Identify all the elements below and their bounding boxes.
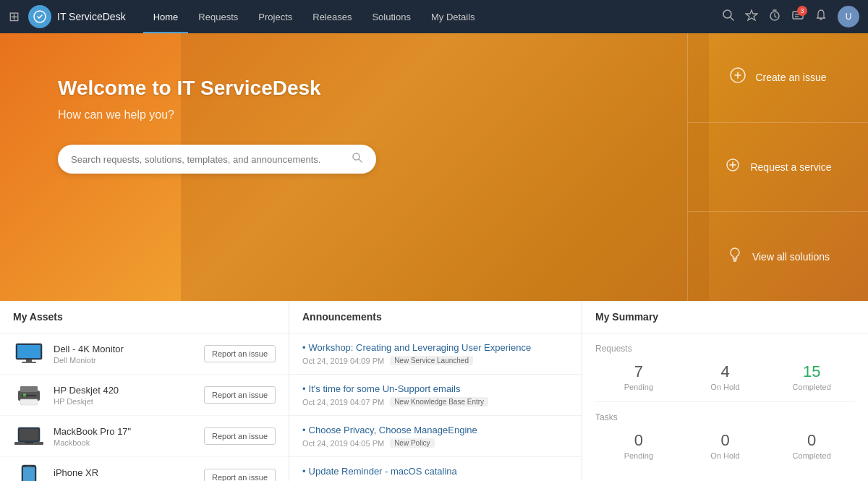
hero-content: Welcome to IT ServiceDesk How can we hel… [0, 33, 687, 301]
asset-item-printer: HP Deskjet 420 HP Deskjet Report an issu… [0, 375, 289, 416]
nav-releases[interactable]: Releases [302, 0, 362, 33]
rewards-icon[interactable] [745, 9, 758, 25]
svg-rect-27 [23, 393, 26, 396]
announcement-title-2: Choose Privacy, Choose ManageEngine [302, 425, 569, 435]
tasks-on-hold-label: On Hold [682, 451, 769, 460]
requests-completed-stat: 15 Completed [768, 362, 855, 391]
announcement-date-1: Oct 24, 2019 04:07 PM [302, 398, 384, 406]
svg-rect-20 [17, 345, 41, 358]
search-icon[interactable] [722, 9, 735, 25]
requests-stats: 7 Pending 4 On Hold 15 Completed [595, 362, 855, 391]
announcement-item-3[interactable]: Update Reminder - macOS catalina [289, 457, 582, 481]
topnav-right-icons: 3 U [722, 6, 859, 27]
asset-info-laptop: MackBook Pro 17" Mackbook [54, 426, 195, 447]
grid-icon[interactable]: ⊞ [9, 9, 20, 25]
svg-point-1 [723, 10, 731, 18]
search-icon [352, 152, 363, 166]
report-issue-btn-printer[interactable]: Report an issue [204, 386, 276, 404]
view-solutions-button[interactable]: View all solutions [687, 212, 868, 301]
asset-name-printer: HP Deskjet 420 [54, 385, 195, 396]
my-assets-panel: My Assets Dell - 4K Monitor Dell Moniotr… [0, 301, 289, 481]
nav-projects[interactable]: Projects [248, 0, 302, 33]
hero-title: Welcome to IT ServiceDesk [58, 77, 651, 100]
tasks-on-hold-value: 0 [682, 431, 769, 450]
announcement-date-2: Oct 24, 2019 04:05 PM [302, 439, 384, 448]
asset-name-phone: iPhone XR [54, 467, 195, 478]
phone-icon [13, 464, 45, 481]
svg-line-2 [731, 17, 733, 20]
asset-name-laptop: MackBook Pro 17" [54, 426, 195, 437]
svg-rect-33 [23, 467, 35, 481]
timer-icon[interactable] [768, 9, 781, 25]
requests-summary: Requests 7 Pending 4 On Hold 15 Complete… [582, 333, 868, 401]
create-issue-button[interactable]: Create an issue [687, 33, 868, 123]
tasks-completed-stat: 0 Completed [768, 431, 855, 460]
hero-subtitle: How can we help you? [58, 108, 651, 122]
view-solutions-label: View all solutions [752, 251, 830, 263]
svg-rect-35 [26, 466, 32, 467]
nav-home[interactable]: Home [143, 0, 189, 33]
bell-icon[interactable] [814, 9, 827, 25]
hero-section: Welcome to IT ServiceDesk How can we hel… [0, 33, 868, 301]
monitor-icon [13, 341, 45, 367]
requests-on-hold-value: 4 [682, 362, 769, 381]
requests-on-hold-stat: 4 On Hold [682, 362, 769, 391]
asset-item-phone: iPhone XR iPhone X Report an issue [0, 457, 289, 481]
announcement-tag-2: New Policy [390, 438, 434, 448]
my-assets-header: My Assets [0, 301, 289, 333]
tasks-label: Tasks [595, 412, 855, 422]
hero-actions-panel: Create an issue Request a service View [687, 33, 868, 301]
svg-rect-22 [22, 362, 36, 363]
announcement-meta-0: Oct 24, 2019 04:09 PM New Service Launch… [302, 356, 569, 365]
bulb-icon [726, 246, 744, 268]
report-issue-btn-laptop[interactable]: Report an issue [204, 427, 276, 445]
tasks-pending-label: Pending [595, 451, 682, 460]
tasks-summary: Tasks 0 Pending 0 On Hold 0 Completed [582, 402, 868, 470]
announcement-meta-2: Oct 24, 2019 04:05 PM New Policy [302, 438, 569, 448]
svg-rect-29 [20, 429, 38, 440]
announcement-item-2[interactable]: Choose Privacy, Choose ManageEngine Oct … [289, 416, 582, 457]
announcements-panel: Announcements Workshop: Creating and Lev… [289, 301, 582, 481]
nav-my-details[interactable]: My Details [421, 0, 485, 33]
announcement-meta-1: Oct 24, 2019 04:07 PM New Knowledge Base… [302, 397, 569, 406]
announcement-item-0[interactable]: Workshop: Creating and Leveraging User E… [289, 333, 582, 375]
announcement-title-3: Update Reminder - macOS catalina [302, 466, 569, 477]
request-service-button[interactable]: Request a service [687, 123, 868, 213]
user-avatar[interactable]: U [838, 6, 859, 27]
requests-label: Requests [595, 344, 855, 354]
search-input[interactable] [71, 154, 352, 165]
report-issue-btn-phone[interactable]: Report an issue [204, 469, 276, 481]
asset-item-monitor: Dell - 4K Monitor Dell Moniotr Report an… [0, 333, 289, 375]
bottom-section: My Assets Dell - 4K Monitor Dell Moniotr… [0, 301, 868, 481]
printer-icon [13, 382, 45, 408]
my-summary-panel: My Summary Requests 7 Pending 4 On Hold … [582, 301, 868, 481]
tickets-icon[interactable]: 3 [791, 9, 804, 25]
request-service-icon [724, 156, 741, 178]
requests-pending-value: 7 [595, 362, 682, 381]
request-service-label: Request a service [750, 161, 831, 173]
nav-solutions[interactable]: Solutions [362, 0, 420, 33]
requests-pending-stat: 7 Pending [595, 362, 682, 391]
announcement-list: Workshop: Creating and Leveraging User E… [289, 333, 582, 481]
hero-search-bar[interactable] [58, 145, 376, 174]
nav-requests[interactable]: Requests [188, 0, 248, 33]
report-issue-btn-monitor[interactable]: Report an issue [204, 345, 276, 362]
announcements-header: Announcements [289, 301, 582, 333]
announcement-date-0: Oct 24, 2019 04:09 PM [302, 357, 384, 365]
asset-list: Dell - 4K Monitor Dell Moniotr Report an… [0, 333, 289, 481]
app-logo[interactable]: IT ServiceDesk [28, 5, 126, 28]
announcement-title-1: It's time for some Un-Support emails [302, 383, 569, 394]
create-issue-label: Create an issue [755, 72, 826, 83]
svg-rect-21 [26, 359, 32, 362]
laptop-icon [13, 423, 45, 449]
announcement-title-0: Workshop: Creating and Leveraging User E… [302, 342, 569, 353]
svg-rect-26 [20, 399, 38, 405]
announcement-tag-1: New Knowledge Base Entry [390, 397, 488, 406]
tasks-pending-stat: 0 Pending [595, 431, 682, 460]
app-name-label: IT ServiceDesk [57, 11, 126, 22]
announcement-item-1[interactable]: It's time for some Un-Support emails Oct… [289, 375, 582, 416]
asset-name-monitor: Dell - 4K Monitor [54, 344, 195, 354]
asset-item-laptop: MackBook Pro 17" Mackbook Report an issu… [0, 416, 289, 457]
asset-info-phone: iPhone XR iPhone X [54, 467, 195, 482]
asset-sub-printer: HP Deskjet [54, 397, 195, 406]
